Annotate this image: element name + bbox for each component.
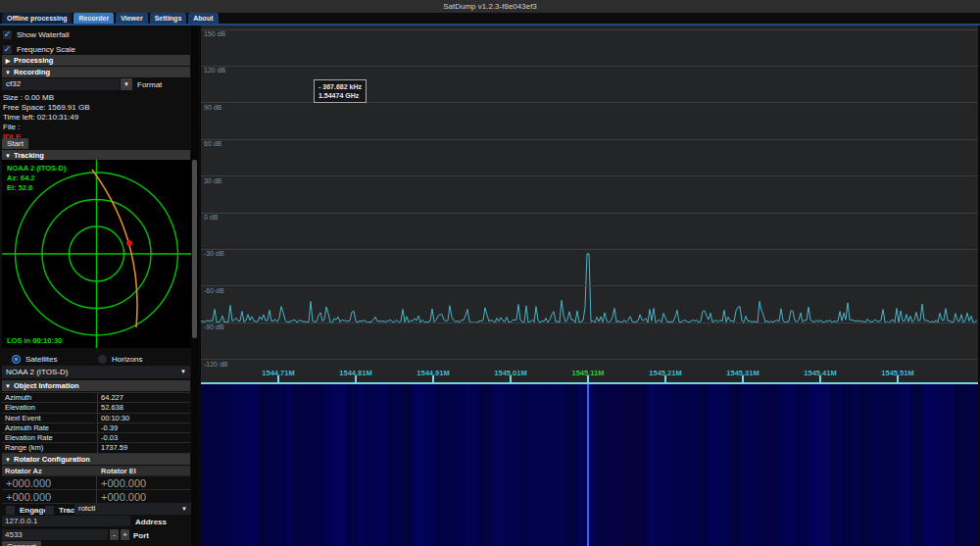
window-title: SatDump v1.2.3-f8e043ef3 xyxy=(0,0,980,13)
waterfall-stripe xyxy=(201,384,212,546)
satellite-combo-value: NOAA 2 (ITOS-D) xyxy=(6,368,68,376)
tab-recorder[interactable]: Recorder xyxy=(74,13,114,24)
waterfall-stripe xyxy=(961,384,971,546)
port-increment-button[interactable]: + xyxy=(121,529,129,540)
object-info-label: Range (km) xyxy=(2,443,98,452)
waterfall-stripe xyxy=(333,384,346,546)
section-header-rotator-configuration[interactable]: ▼Rotator Configuration xyxy=(2,454,190,465)
rotator-az-value[interactable]: +000.000 xyxy=(2,490,97,503)
frequency-tick xyxy=(664,375,666,382)
waterfall-stripe xyxy=(244,384,252,546)
db-axis-label: 30 dB xyxy=(204,177,221,184)
tab-viewer[interactable]: Viewer xyxy=(116,13,147,24)
check-icon: ✓ xyxy=(3,30,12,39)
grid-line xyxy=(201,175,978,176)
waterfall-stripe xyxy=(466,384,472,546)
waterfall-stripe xyxy=(454,384,466,546)
show-waterfall-label: Show Waterfall xyxy=(17,30,70,39)
port-decrement-button[interactable]: - xyxy=(110,529,119,540)
satellite-position-dot xyxy=(126,240,132,246)
frequency-tick xyxy=(432,375,434,382)
checkbox-empty xyxy=(6,506,15,515)
section-header-recording[interactable]: ▼Recording xyxy=(2,67,190,77)
waterfall-stripe xyxy=(622,384,632,546)
engage-checkbox[interactable]: Engage xyxy=(6,504,48,516)
object-info-row: Elevation Rate-0.03 xyxy=(2,433,190,443)
satellite-select-combo[interactable]: NOAA 2 (ITOS-D) ▼ xyxy=(2,366,190,378)
grid-line xyxy=(201,249,978,250)
waterfall-stripe xyxy=(609,384,622,546)
waterfall-stripe xyxy=(742,384,756,546)
section-header-processing[interactable]: ▶Processing xyxy=(2,55,190,66)
waterfall-stripe xyxy=(577,384,584,546)
waterfall-stripe xyxy=(782,384,796,546)
tab-about[interactable]: About xyxy=(188,13,218,24)
satellite-pass-track xyxy=(92,170,137,327)
waterfall-stripe xyxy=(691,384,700,546)
object-info-label: Next Event xyxy=(2,414,98,422)
chevron-right-icon: ▶ xyxy=(2,56,14,67)
checkbox-empty xyxy=(45,506,54,515)
tab-offline-processing[interactable]: Offline processing xyxy=(2,13,72,24)
address-input[interactable]: 127.0.0.1 xyxy=(2,516,130,526)
frequency-tick xyxy=(510,375,512,382)
section-header-object-information[interactable]: ▼Object Information xyxy=(2,380,190,391)
waterfall-stripe xyxy=(266,384,274,546)
horizons-radio[interactable]: Horizons xyxy=(98,353,143,365)
db-axis-label: -90 dB xyxy=(204,323,224,330)
start-button[interactable]: Start xyxy=(2,138,28,149)
rotator-backend-combo[interactable]: rotctl ▼ xyxy=(74,503,191,515)
section-label: Object Information xyxy=(14,381,79,390)
waterfall-stripe xyxy=(551,384,564,546)
waterfall-display xyxy=(201,384,978,546)
object-information-table: Azimuth64.227Elevation52.638Next Event00… xyxy=(2,392,190,454)
frequency-tick xyxy=(897,375,899,382)
grid-line xyxy=(201,285,978,286)
chevron-down-icon: ▼ xyxy=(2,68,14,78)
waterfall-stripe xyxy=(656,384,668,546)
object-info-row: Azimuth64.227 xyxy=(2,393,190,403)
waterfall-stripe xyxy=(700,384,708,546)
waterfall-stripe xyxy=(729,384,742,546)
waterfall-stripe xyxy=(854,384,860,546)
object-info-row: Azimuth Rate-0.39 xyxy=(2,423,190,433)
frequency-scale-checkbox[interactable]: ✓ Frequency Scale xyxy=(3,43,75,55)
horizons-radio-label: Horizons xyxy=(112,355,143,364)
db-axis-label: -30 dB xyxy=(204,250,224,257)
waterfall-stripe xyxy=(364,384,374,546)
port-input[interactable]: 4533 xyxy=(2,529,108,540)
grid-line xyxy=(201,29,978,30)
panel-scrollbar-thumb[interactable] xyxy=(192,160,197,338)
connect-button[interactable]: Connect xyxy=(2,541,41,546)
waterfall-stripe xyxy=(346,384,358,546)
satellites-radio[interactable]: Satellites xyxy=(12,353,57,365)
waterfall-stripe xyxy=(796,384,809,546)
tab-settings[interactable]: Settings xyxy=(150,13,187,24)
chevron-down-icon[interactable]: ▼ xyxy=(121,78,132,90)
show-waterfall-checkbox[interactable]: ✓ Show Waterfall xyxy=(3,28,70,40)
format-combo[interactable]: cf32 xyxy=(2,78,120,90)
frequency-tick xyxy=(742,375,744,382)
waterfall-stripe xyxy=(233,384,244,546)
object-info-value: 00:10:30 xyxy=(98,414,190,422)
rotator-el-value[interactable]: +000.000 xyxy=(97,490,190,503)
spectrum-polyline xyxy=(201,254,977,323)
recording-size: Size : 0.00 MB xyxy=(3,93,54,102)
frequency-tick xyxy=(277,375,279,382)
waterfall-stripe xyxy=(941,384,955,546)
section-label: Processing xyxy=(14,56,53,65)
db-axis-label: 90 dB xyxy=(204,104,221,111)
object-info-value: 1737.59 xyxy=(98,443,190,452)
object-info-label: Elevation xyxy=(2,403,98,412)
chevron-down-icon: ▼ xyxy=(180,366,186,378)
waterfall-stripe xyxy=(923,384,935,546)
db-axis-label: 150 dB xyxy=(204,30,225,37)
grid-line xyxy=(201,359,978,360)
waterfall-stripe xyxy=(955,384,961,546)
radio-unselected-icon xyxy=(98,355,107,364)
db-axis-label: 120 dB xyxy=(204,67,225,74)
tooltip-offset: - 367.682 kHz xyxy=(318,82,362,91)
waterfall-stripe xyxy=(910,384,923,546)
waterfall-stripe xyxy=(212,384,221,546)
waterfall-stripe xyxy=(564,384,577,546)
